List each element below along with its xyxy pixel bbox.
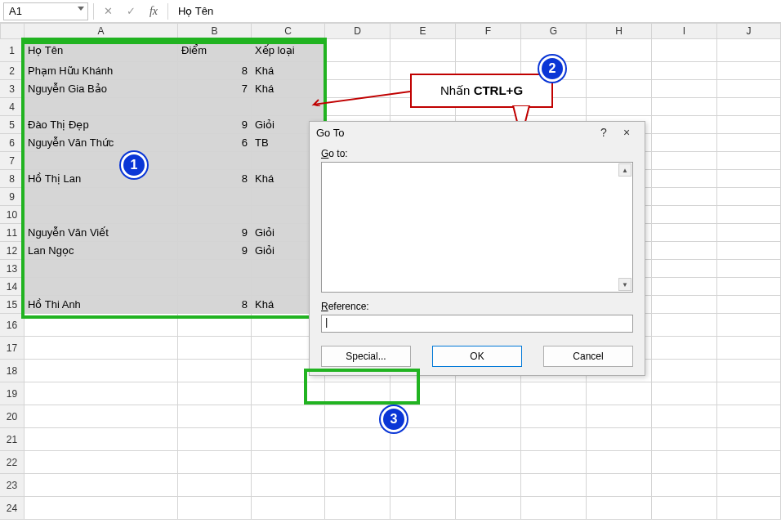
- cell[interactable]: [390, 451, 456, 474]
- cell[interactable]: [25, 474, 178, 497]
- cell[interactable]: [178, 278, 252, 296]
- cell[interactable]: [178, 260, 252, 278]
- cell[interactable]: [717, 405, 781, 428]
- special-button[interactable]: Special...: [321, 346, 411, 367]
- cell[interactable]: [456, 497, 521, 520]
- cell[interactable]: [652, 98, 717, 116]
- cell[interactable]: [178, 152, 252, 170]
- cell[interactable]: 8: [178, 170, 252, 188]
- cell[interactable]: [587, 80, 652, 98]
- cell[interactable]: [652, 451, 717, 474]
- enter-formula-button[interactable]: ✓: [122, 2, 140, 20]
- cell[interactable]: [178, 98, 252, 116]
- cell[interactable]: Khá: [252, 62, 325, 80]
- cell[interactable]: [252, 474, 325, 497]
- row-header[interactable]: 23: [0, 474, 25, 497]
- ok-button[interactable]: OK: [432, 346, 522, 367]
- cell[interactable]: [652, 224, 717, 242]
- cell[interactable]: [652, 116, 717, 134]
- col-header-B[interactable]: B: [178, 23, 252, 39]
- col-header-J[interactable]: J: [717, 23, 781, 39]
- cell[interactable]: Nguyễn Gia Bảo: [25, 80, 178, 98]
- cell[interactable]: [587, 497, 652, 520]
- cell[interactable]: [25, 188, 178, 206]
- cell[interactable]: [252, 428, 325, 451]
- row-header[interactable]: 16: [0, 314, 25, 337]
- cell[interactable]: [652, 382, 717, 405]
- cell[interactable]: [717, 314, 781, 337]
- cell[interactable]: [390, 474, 456, 497]
- row-header[interactable]: 17: [0, 337, 25, 360]
- insert-function-button[interactable]: fx: [145, 2, 163, 20]
- cell[interactable]: [390, 428, 456, 451]
- cell[interactable]: [717, 296, 781, 314]
- row-header[interactable]: 12: [0, 242, 25, 260]
- cell[interactable]: [25, 206, 178, 224]
- formula-input[interactable]: Họ Tên: [173, 2, 778, 20]
- cell[interactable]: [25, 428, 178, 451]
- cancel-formula-button[interactable]: ✕: [99, 2, 117, 20]
- cell[interactable]: [325, 428, 390, 451]
- cell[interactable]: [456, 451, 521, 474]
- row-header[interactable]: 10: [0, 206, 25, 224]
- cell[interactable]: [717, 428, 781, 451]
- cell[interactable]: [587, 451, 652, 474]
- cell[interactable]: Đào Thị Đẹp: [25, 116, 178, 134]
- cell[interactable]: [652, 405, 717, 428]
- cell[interactable]: [717, 337, 781, 360]
- dialog-titlebar[interactable]: Go To ? ×: [310, 122, 645, 143]
- row-header[interactable]: 24: [0, 497, 25, 520]
- cell[interactable]: [652, 152, 717, 170]
- row-header[interactable]: 4: [0, 98, 25, 116]
- col-header-F[interactable]: F: [456, 23, 521, 39]
- cell[interactable]: [252, 451, 325, 474]
- cell[interactable]: [25, 405, 178, 428]
- cell[interactable]: [652, 134, 717, 152]
- cell[interactable]: [178, 360, 252, 382]
- scroll-up-icon[interactable]: ▲: [618, 163, 631, 177]
- row-header[interactable]: 11: [0, 224, 25, 242]
- cell[interactable]: [25, 382, 178, 405]
- cell[interactable]: [652, 337, 717, 360]
- cell[interactable]: [652, 360, 717, 382]
- cell[interactable]: 9: [178, 116, 252, 134]
- cell[interactable]: [652, 62, 717, 80]
- cell[interactable]: [325, 39, 390, 62]
- cell[interactable]: [25, 314, 178, 337]
- cell[interactable]: Phạm Hữu Khánh: [25, 62, 178, 80]
- col-header-C[interactable]: C: [252, 23, 325, 39]
- cell[interactable]: [178, 405, 252, 428]
- cell[interactable]: [717, 39, 781, 62]
- row-header[interactable]: 22: [0, 451, 25, 474]
- cell[interactable]: [521, 474, 587, 497]
- cell[interactable]: [717, 206, 781, 224]
- cell[interactable]: [178, 497, 252, 520]
- cell[interactable]: [390, 497, 456, 520]
- cell[interactable]: [178, 451, 252, 474]
- cell[interactable]: [717, 134, 781, 152]
- cell[interactable]: [652, 314, 717, 337]
- row-header[interactable]: 1: [0, 39, 25, 62]
- cell[interactable]: [717, 62, 781, 80]
- cell[interactable]: [25, 278, 178, 296]
- goto-listbox[interactable]: ▲ ▼: [321, 162, 633, 293]
- cell[interactable]: [325, 451, 390, 474]
- cell[interactable]: [521, 497, 587, 520]
- cell[interactable]: [25, 260, 178, 278]
- cell[interactable]: [587, 474, 652, 497]
- cell[interactable]: Xếp loại: [252, 39, 325, 62]
- cell[interactable]: [652, 206, 717, 224]
- col-header-E[interactable]: E: [390, 23, 456, 39]
- cell[interactable]: [521, 451, 587, 474]
- row-header[interactable]: 14: [0, 278, 25, 296]
- cell[interactable]: [717, 188, 781, 206]
- cell[interactable]: [652, 188, 717, 206]
- cell[interactable]: [252, 405, 325, 428]
- cell[interactable]: 7: [178, 80, 252, 98]
- cell[interactable]: 9: [178, 242, 252, 260]
- cell[interactable]: Nguyễn Văn Viết: [25, 224, 178, 242]
- row-header[interactable]: 3: [0, 80, 25, 98]
- cell[interactable]: 9: [178, 224, 252, 242]
- cell[interactable]: [587, 39, 652, 62]
- cell[interactable]: [25, 98, 178, 116]
